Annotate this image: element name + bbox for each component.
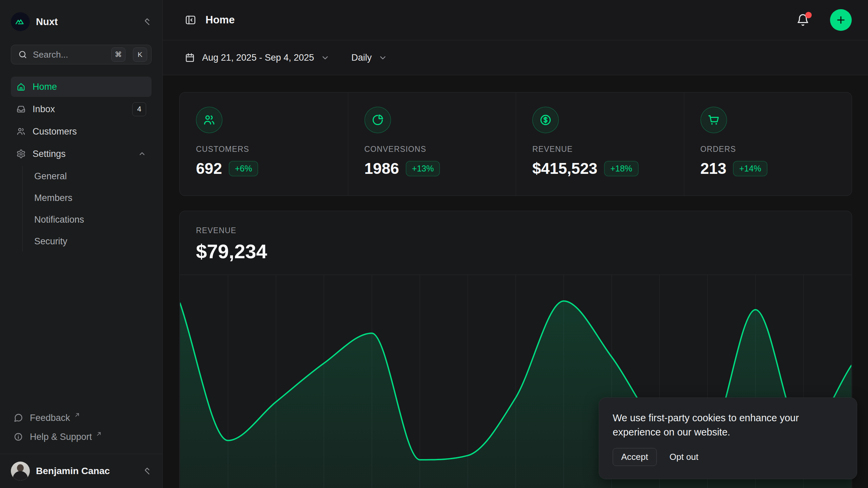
stat-value: 213: [701, 159, 727, 178]
user-menu[interactable]: Benjamin Canac: [0, 454, 162, 488]
sidebar-item-notifications[interactable]: Notifications: [33, 209, 152, 230]
sidebar-item-home[interactable]: Home: [11, 77, 152, 97]
sidebar-item-label: Customers: [33, 126, 77, 137]
stat-label: CUSTOMERS: [196, 145, 332, 154]
cookie-banner: We use first-party cookies to enhance yo…: [599, 398, 857, 479]
settings-sub-list: General Members Notifications Security: [22, 166, 152, 251]
stat-value: 1986: [364, 159, 399, 178]
dollar-circle-icon: [532, 107, 559, 133]
stat-label: ORDERS: [701, 145, 836, 154]
help-support-label: Help & Support: [30, 432, 92, 442]
revenue-chart-label: REVENUE: [196, 226, 835, 235]
stat-delta-badge: +14%: [733, 161, 767, 176]
notification-dot: [805, 12, 812, 18]
avatar: [11, 462, 30, 481]
notifications-button[interactable]: [796, 13, 810, 27]
stats-card-group: CUSTOMERS 692 +6% CONVERSIONS: [179, 92, 852, 196]
stat-delta-badge: +13%: [406, 161, 440, 176]
granularity-label: Daily: [351, 53, 372, 63]
stat-delta-badge: +6%: [229, 161, 258, 176]
home-icon: [16, 82, 26, 92]
cookie-message: We use first-party cookies to enhance yo…: [613, 411, 823, 439]
kbd-cmd: ⌘: [111, 47, 125, 62]
sidebar-footer-links: Feedback Help & Support: [11, 408, 152, 446]
sidebar-collapse-icon[interactable]: [184, 14, 197, 26]
inbox-icon: [16, 104, 26, 114]
stat-orders[interactable]: ORDERS 213 +14%: [684, 93, 852, 196]
cookie-optout-button[interactable]: Opt out: [670, 448, 698, 466]
users-icon: [196, 107, 222, 133]
inbox-count-badge: 4: [132, 102, 146, 116]
sidebar-item-members[interactable]: Members: [33, 188, 152, 208]
chevron-updown-icon: [143, 17, 152, 26]
info-circle-icon: [14, 432, 23, 442]
help-support-link[interactable]: Help & Support: [11, 427, 152, 446]
chevron-updown-icon: [143, 467, 152, 475]
stat-conversions[interactable]: CONVERSIONS 1986 +13%: [348, 93, 516, 196]
chevron-up-icon: [138, 150, 146, 158]
feedback-label: Feedback: [30, 413, 70, 423]
sidebar-item-settings[interactable]: Settings: [11, 144, 152, 164]
stat-customers[interactable]: CUSTOMERS 692 +6%: [180, 93, 348, 196]
stat-label: REVENUE: [532, 145, 668, 154]
sidebar-item-customers[interactable]: Customers: [11, 121, 152, 142]
sidebar-item-label: Inbox: [33, 104, 125, 115]
stat-delta-badge: +18%: [604, 161, 638, 176]
sidebar-nav: Home Inbox 4: [11, 77, 152, 253]
external-link-icon: [74, 412, 80, 420]
sidebar-item-security[interactable]: Security: [33, 231, 152, 251]
sidebar-spacer: [0, 253, 162, 408]
feedback-link[interactable]: Feedback: [11, 408, 152, 427]
page-title: Home: [205, 14, 787, 26]
gear-icon: [16, 149, 26, 159]
revenue-chart-value: $79,234: [196, 240, 835, 263]
stat-value: $415,523: [532, 159, 597, 178]
stat-label: CONVERSIONS: [364, 145, 500, 154]
search-icon: [18, 50, 27, 59]
calendar-icon: [184, 52, 195, 63]
search-placeholder: Search...: [33, 49, 104, 60]
sidebar-item-general[interactable]: General: [33, 166, 152, 186]
app-window: Nuxt Search... ⌘ K: [0, 0, 868, 488]
stat-value: 692: [196, 159, 222, 178]
users-icon: [16, 127, 26, 136]
date-range-picker[interactable]: Aug 21, 2025 - Sep 4, 2025: [184, 52, 330, 63]
granularity-select[interactable]: Daily: [351, 53, 387, 63]
kbd-k: K: [133, 47, 147, 62]
search-input[interactable]: Search... ⌘ K: [11, 45, 152, 64]
chat-bubble-icon: [14, 413, 23, 423]
date-range-label: Aug 21, 2025 - Sep 4, 2025: [202, 53, 314, 63]
user-name: Benjamin Canac: [36, 466, 137, 476]
org-switcher[interactable]: Nuxt: [11, 12, 152, 31]
sidebar-item-inbox[interactable]: Inbox 4: [11, 99, 152, 119]
cookie-accept-button[interactable]: Accept: [613, 448, 657, 466]
external-link-icon: [96, 431, 102, 439]
plus-icon: [835, 15, 846, 25]
chevron-down-icon: [321, 53, 330, 62]
sidebar-item-label: Home: [33, 82, 57, 92]
stat-revenue[interactable]: REVENUE $415,523 +18%: [516, 93, 684, 196]
nuxt-logo-icon: [11, 12, 30, 31]
add-button[interactable]: [830, 9, 852, 31]
cart-icon: [701, 107, 727, 133]
sidebar: Nuxt Search... ⌘ K: [0, 0, 163, 488]
filter-bar: Aug 21, 2025 - Sep 4, 2025 Daily: [163, 40, 868, 75]
sidebar-item-label: Settings: [33, 149, 131, 159]
org-name: Nuxt: [36, 16, 137, 27]
pie-chart-icon: [364, 107, 391, 133]
top-header: Home: [163, 0, 868, 40]
chevron-down-icon: [378, 53, 387, 62]
